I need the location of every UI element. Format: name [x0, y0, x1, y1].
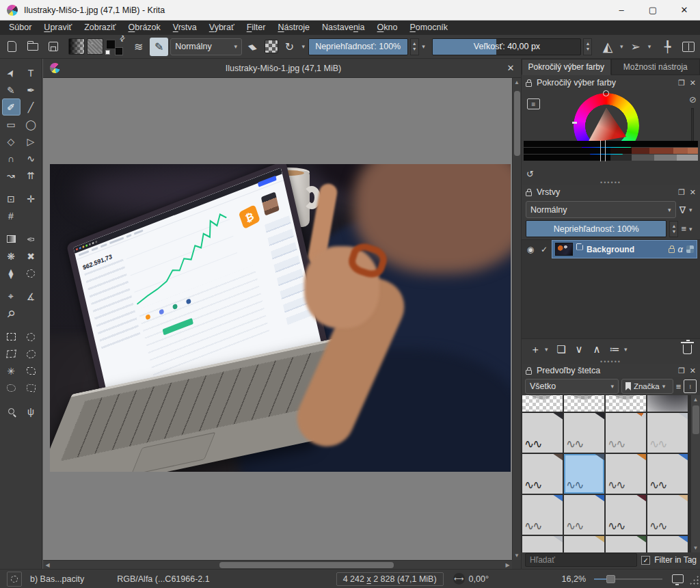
move-layer-down-button[interactable]: ∨ — [571, 343, 587, 356]
color-selector-settings-button[interactable]: ≡ — [527, 98, 540, 109]
size-spinner[interactable]: ▲▼ — [583, 38, 592, 55]
chevron-down-icon[interactable]: ▾ — [647, 43, 652, 50]
brush-preset-tile-9[interactable]: ∿∿ — [564, 454, 604, 494]
tool-fill[interactable]: ⧫ — [2, 265, 21, 282]
chevron-down-icon[interactable]: ▾ — [619, 43, 625, 50]
brush-editor-button[interactable]: ✎ — [150, 38, 168, 56]
gradient-chooser[interactable] — [68, 38, 85, 55]
tool-reference-images[interactable]: ⚲ — [2, 305, 21, 322]
layer-active-check-icon[interactable]: ✓ — [539, 245, 549, 254]
pattern-chooser[interactable] — [87, 38, 103, 55]
menu-obrazok[interactable]: Obrázok — [122, 21, 167, 35]
brush-preset-tile-18[interactable]: ∿∿ — [606, 536, 646, 552]
preserve-alpha-button[interactable] — [265, 40, 278, 53]
chevron-down-icon[interactable]: ▾ — [301, 43, 306, 50]
tool-measure[interactable]: ∡ — [22, 288, 40, 305]
brush-preset-tile-1[interactable] — [564, 395, 604, 412]
brush-preset-tile-6[interactable]: ∿∿ — [606, 413, 646, 453]
tool-line[interactable]: ╱ — [22, 98, 40, 116]
menu-nastroje[interactable]: Nástroje — [271, 21, 316, 35]
tool-calligraphy[interactable]: ✒ — [22, 81, 40, 98]
tool-bezier-curve[interactable]: ∩ — [2, 150, 21, 167]
brush-preset-tile-14[interactable]: ∿∿ — [606, 495, 646, 535]
tool-zoom[interactable] — [2, 403, 21, 420]
brush-preset-tile-19[interactable]: ∿∿ — [647, 536, 688, 552]
brush-presets-popup-button[interactable]: ≋ — [129, 38, 148, 56]
tool-enclose-fill[interactable] — [22, 265, 40, 282]
float-docker-icon[interactable]: ❐ — [678, 188, 685, 197]
brush-preset-tile-17[interactable]: ∿∿ — [564, 536, 604, 552]
canvas-area[interactable]: $62.591,73 ₿ — [43, 78, 521, 569]
tool-multibrush[interactable]: ⇈ — [22, 167, 40, 184]
close-docker-icon[interactable]: ✕ — [690, 188, 696, 197]
workspace-chooser-button[interactable] — [679, 38, 697, 56]
layer-opacity-slider[interactable]: Nepriehľadnosť: 100% — [526, 220, 667, 237]
tool-move[interactable]: ✛ — [22, 190, 40, 207]
menu-nastavenia[interactable]: Nastavenia — [316, 21, 371, 35]
float-docker-icon[interactable]: ❐ — [678, 79, 685, 88]
menu-pomocnik[interactable]: Pomocník — [403, 21, 454, 35]
chevron-down-icon[interactable]: ▾ — [545, 346, 552, 353]
brush-preset-tile-0[interactable] — [522, 395, 563, 412]
menu-vybrat[interactable]: Vybrať — [203, 21, 241, 35]
presets-menu-icon[interactable]: ≡ — [676, 382, 682, 392]
brush-preset-tile-7[interactable]: ∿∿ — [647, 413, 688, 453]
tool-shape-select[interactable]: ➤ — [2, 64, 21, 81]
no-color-icon[interactable]: ⊘ — [689, 94, 697, 105]
menu-okno[interactable]: Okno — [371, 21, 404, 35]
menu-filter[interactable]: Filter — [241, 21, 272, 35]
toolbar-blend-mode-select[interactable]: Normálny ▾ — [170, 38, 242, 55]
menu-subor[interactable]: Súbor — [3, 21, 38, 35]
preset-filter-select[interactable]: Všetko ▾ — [525, 379, 619, 394]
snap-settings-button[interactable]: ╄ — [658, 38, 677, 56]
delete-layer-button[interactable] — [683, 345, 692, 354]
tool-magnetic-select[interactable] — [2, 379, 21, 397]
tool-freehand-path[interactable]: ∿ — [22, 150, 40, 167]
color-history-strips[interactable] — [524, 141, 698, 161]
fit-to-screen-icon[interactable] — [672, 574, 684, 583]
brush-preset-tile-12[interactable]: ∿∿ — [522, 495, 563, 535]
tool-gradient[interactable] — [2, 230, 21, 248]
layer-lock-icon[interactable] — [669, 248, 675, 253]
tool-crop[interactable]: # — [2, 207, 21, 224]
horizontal-scroll-thumb[interactable] — [219, 562, 394, 568]
chevron-down-icon[interactable]: ▾ — [624, 346, 631, 353]
add-layer-button[interactable]: ＋ — [527, 343, 543, 356]
chevron-down-icon[interactable]: ▾ — [421, 43, 427, 50]
tool-pan[interactable]: ψ — [22, 403, 40, 420]
color-strip-3[interactable] — [524, 155, 698, 161]
toolbar-size-slider[interactable]: Veľkosť: 40,00 px — [432, 38, 581, 55]
tab-advanced-color-selector[interactable]: Pokročilý výber farby — [522, 59, 611, 75]
scroll-up-icon[interactable]: ▲ — [513, 78, 522, 87]
reload-preset-button[interactable]: ↻ — [280, 38, 299, 56]
canvas-horizontal-scrollbar[interactable]: ◀ ▶ — [43, 560, 512, 569]
tool-ellipse[interactable]: ◯ — [22, 116, 40, 133]
filter-layers-icon[interactable]: ∇ — [679, 204, 686, 215]
brush-preset-tile-8[interactable]: ∿∿ — [522, 454, 563, 494]
toolbar-opacity-slider[interactable]: Nepriehľadnosť: 100% — [308, 38, 408, 55]
color-strip-1[interactable] — [524, 141, 698, 147]
refresh-colors-icon[interactable]: ↺ — [526, 169, 534, 179]
tool-rectangle[interactable]: ▭ — [2, 116, 21, 133]
zoom-slider-knob[interactable] — [606, 575, 615, 583]
tool-color-sampler[interactable]: ✑ — [22, 230, 40, 248]
brush-preset-tile-15[interactable]: ∿∿ — [647, 495, 688, 535]
tool-fg-select[interactable] — [22, 379, 40, 397]
open-document-button[interactable] — [23, 38, 42, 56]
brush-preset-tile-3[interactable] — [647, 395, 688, 412]
brush-preset-tile-16[interactable]: ∿∿ — [522, 536, 563, 552]
foreground-background-colors[interactable]: ⇄ — [105, 38, 123, 55]
canvas-rotation-icon[interactable]: ⟷ — [453, 573, 465, 585]
close-docker-icon[interactable]: ✕ — [690, 79, 696, 88]
canvas-vertical-scrollbar[interactable]: ▲ ▼ — [512, 78, 521, 560]
close-button[interactable]: ✕ — [669, 0, 700, 20]
scroll-down-icon[interactable]: ▼ — [691, 544, 700, 552]
tool-bezier-select[interactable] — [22, 362, 40, 379]
tool-colorize-mask[interactable]: ❋ — [2, 248, 21, 265]
presets-scroll-thumb[interactable] — [692, 405, 699, 434]
menu-vrstva[interactable]: Vrstva — [167, 21, 203, 35]
mirror-vertical-button[interactable]: ➢ — [626, 38, 645, 56]
tool-transform[interactable]: ⊡ — [2, 190, 21, 207]
brush-preset-tile-13[interactable]: ∿∿ — [564, 495, 604, 535]
tool-polygon[interactable]: ◇ — [2, 133, 21, 150]
